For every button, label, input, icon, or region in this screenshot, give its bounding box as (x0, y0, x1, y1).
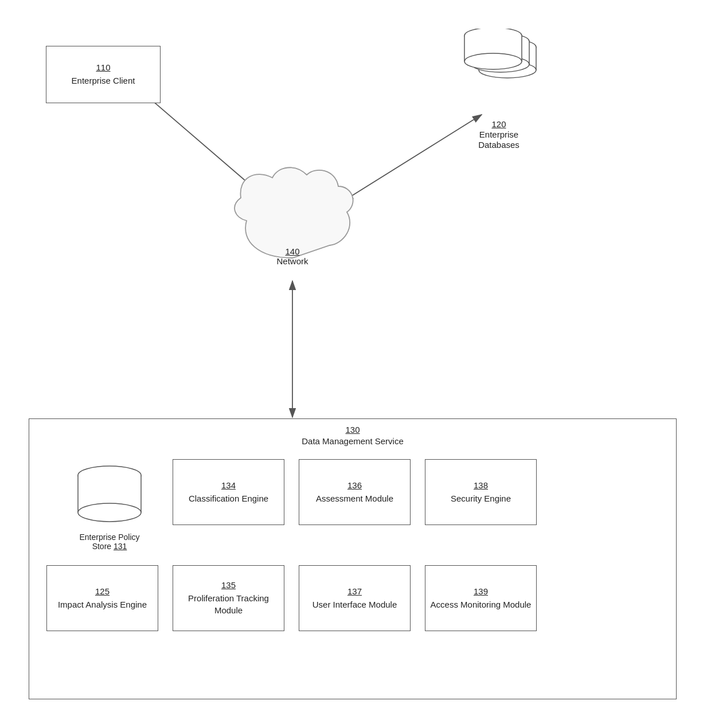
proliferation-label: Proliferation Tracking Module (178, 592, 279, 616)
security-number: 138 (474, 480, 488, 490)
enterprise-client-box: 110 Enterprise Client (46, 46, 161, 103)
proliferation-tracking-box: 135 Proliferation Tracking Module (173, 565, 284, 631)
dms-outer-box: 130 Data Management Service Enterprise P… (29, 418, 677, 699)
assessment-label: Assessment Module (316, 492, 393, 504)
ui-number: 137 (347, 586, 362, 596)
proliferation-number: 135 (221, 580, 236, 590)
classification-label: Classification Engine (189, 492, 268, 504)
dms-label: Data Management Service (302, 436, 404, 446)
dms-number: 130 (345, 425, 360, 435)
classification-engine-box: 134 Classification Engine (173, 459, 284, 525)
policy-store-label: Enterprise PolicyStore 131 (69, 533, 150, 551)
client-label: Enterprise Client (72, 75, 135, 87)
network-number: 140 (276, 246, 308, 256)
assessment-module-box: 136 Assessment Module (299, 459, 411, 525)
databases-icon (453, 29, 545, 115)
ui-label: User Interface Module (312, 598, 397, 610)
access-monitoring-box: 139 Access Monitoring Module (425, 565, 537, 631)
databases-label: EnterpriseDatabases (478, 130, 519, 150)
user-interface-box: 137 User Interface Module (299, 565, 411, 631)
network-cloud-group: 140 Network (224, 161, 361, 275)
policy-store-number: 131 (114, 542, 127, 551)
svg-point-24 (78, 503, 141, 522)
diagram: 110 Enterprise Client 120 (0, 0, 711, 728)
enterprise-databases-group: 120 EnterpriseDatabases (447, 29, 550, 150)
assessment-number: 136 (347, 480, 362, 490)
client-number: 110 (96, 62, 110, 72)
access-label: Access Monitoring Module (431, 598, 532, 610)
policy-store-group: Enterprise PolicyStore 131 (69, 465, 150, 551)
access-number: 139 (474, 586, 488, 596)
security-label: Security Engine (451, 492, 511, 504)
databases-number: 120 (491, 119, 506, 129)
impact-label: Impact Analysis Engine (58, 598, 147, 610)
network-label: Network (276, 256, 308, 266)
classification-number: 134 (221, 480, 236, 490)
impact-number: 125 (95, 586, 110, 596)
policy-store-cylinder (72, 465, 147, 528)
impact-analysis-box: 125 Impact Analysis Engine (46, 565, 158, 631)
svg-point-19 (464, 53, 522, 69)
security-engine-box: 138 Security Engine (425, 459, 537, 525)
